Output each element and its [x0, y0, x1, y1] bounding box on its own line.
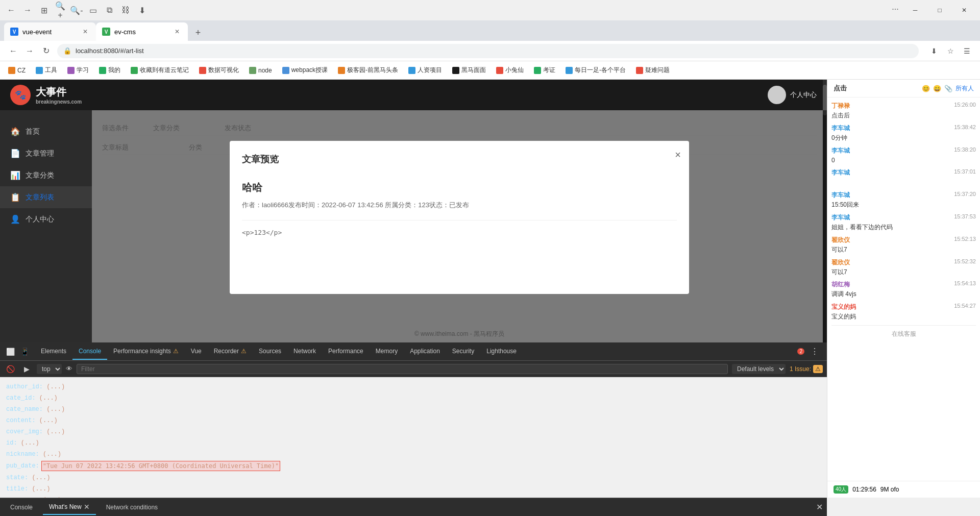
modal-close-button[interactable]: ×: [675, 149, 681, 161]
device-toggle-button[interactable]: 📱: [18, 346, 31, 358]
menu-item-home[interactable]: 🏠 首页: [0, 120, 92, 142]
devtools-more-button[interactable]: ⋮: [806, 345, 823, 358]
bookmark-dataviz[interactable]: 数据可视化: [195, 64, 243, 77]
minimize-button[interactable]: ─: [903, 2, 927, 18]
bookmark-study[interactable]: 学习: [63, 64, 93, 77]
menu-item-categories[interactable]: 📊 文章分类: [0, 164, 92, 186]
link-button[interactable]: ⛓: [118, 3, 133, 17]
more-options-button[interactable]: ···: [888, 2, 902, 16]
categories-icon: 📊: [10, 170, 20, 180]
lock-icon: 🔒: [63, 47, 71, 55]
zoom-in-button[interactable]: 🔍+: [53, 3, 67, 17]
new-tab-button[interactable]: +: [190, 24, 206, 41]
addr-refresh-button[interactable]: ↻: [39, 44, 53, 58]
console-context-select[interactable]: top: [37, 364, 62, 374]
bookmark-tools[interactable]: 工具: [32, 64, 61, 77]
issue-badge[interactable]: 1 Issue: ⚠: [790, 365, 823, 373]
console-levels-select[interactable]: Default levels: [732, 364, 786, 374]
article-list-icon: 📋: [10, 192, 20, 202]
tab-network[interactable]: Network: [287, 343, 322, 360]
user-center-label[interactable]: 个人中心: [790, 90, 817, 100]
bookmark-icon-heima: [452, 67, 459, 74]
tab-close-2[interactable]: ✕: [173, 27, 182, 36]
close-button[interactable]: ✕: [952, 2, 976, 18]
more-tools-button[interactable]: ⬇: [135, 3, 149, 17]
forward-button[interactable]: →: [20, 3, 35, 17]
tab-vue-event[interactable]: V vue-event ✕: [4, 22, 96, 41]
console-filter-input[interactable]: [77, 364, 728, 374]
bookmark-youdao[interactable]: 收藏到有道云笔记: [127, 64, 193, 77]
tab-memory[interactable]: Memory: [370, 343, 404, 360]
emoji-laugh-icon[interactable]: 😄: [933, 85, 941, 92]
devtools-area: ⬜ 📱 Elements Console Performance insight…: [0, 342, 827, 516]
tab-recorder[interactable]: Recorder ⚠: [208, 343, 253, 360]
maximize-button[interactable]: □: [928, 2, 951, 18]
whats-new-close-icon[interactable]: ✕: [84, 503, 90, 511]
star-icon[interactable]: ☆: [943, 44, 958, 58]
grid-button[interactable]: ⊞: [37, 3, 51, 17]
bookmark-label-jike: 极客园-前黑马头条: [347, 66, 398, 75]
bookmark-label-daily: 每日一足-各个平台: [575, 66, 626, 75]
tab-application[interactable]: Application: [404, 343, 446, 360]
download-icon[interactable]: ⬇: [927, 44, 941, 58]
reader-button[interactable]: ▭: [86, 3, 100, 17]
menu-item-profile[interactable]: 👤 个人中心: [0, 208, 92, 230]
bookmark-mine[interactable]: 我的: [95, 64, 125, 77]
bottom-tab-network-conditions[interactable]: Network conditions: [100, 501, 164, 514]
bookmark-icon-xiaotu: [496, 67, 503, 74]
sidebar-toggle-icon[interactable]: ☰: [960, 44, 974, 58]
bookmark-xiaotu[interactable]: 小兔仙: [492, 64, 528, 77]
all-users-link[interactable]: 所有人: [955, 84, 974, 93]
console-eye-icon[interactable]: 👁: [66, 365, 72, 373]
bottom-tab-whats-new[interactable]: What's New ✕: [43, 500, 96, 515]
bookmark-label-xiaotu: 小兔仙: [505, 66, 524, 75]
tab-console[interactable]: Console: [72, 343, 107, 360]
attach-icon[interactable]: 📎: [944, 85, 952, 92]
console-line: author_id: (...): [4, 381, 823, 392]
address-input-container[interactable]: 🔒 localhost:8080/#/art-list: [57, 44, 919, 58]
console-clear-button[interactable]: 🚫: [4, 363, 16, 375]
tab-elements[interactable]: Elements: [35, 343, 72, 360]
bookmark-daily[interactable]: 每日一足-各个平台: [561, 64, 630, 77]
tab-close-1[interactable]: ✕: [81, 27, 90, 36]
bookmark-icon-renzi: [408, 67, 415, 74]
zoom-out-button[interactable]: 🔍-: [69, 3, 84, 17]
modal-overlay[interactable]: 文章预览 × 哈哈 作者：laoli6666发布时间：2022-06-07 13…: [92, 110, 827, 342]
addr-forward-button[interactable]: →: [22, 44, 37, 58]
back-button[interactable]: ←: [4, 3, 18, 17]
bookmark-issues[interactable]: 疑难问题: [632, 64, 674, 77]
tab-performance[interactable]: Performance: [322, 343, 370, 360]
inspect-element-button[interactable]: ⬜: [4, 346, 16, 358]
menu-label-profile: 个人中心: [26, 215, 54, 224]
console-play-button[interactable]: ▶: [20, 363, 33, 375]
bookmark-node[interactable]: node: [245, 65, 276, 76]
pub-date-highlight: "Tue Jun 07 2022 13:42:56 GMT+0800 (Coor…: [41, 461, 280, 471]
error-badge: 2: [797, 348, 804, 355]
bookmark-jike[interactable]: 极客园-前黑马头条: [334, 64, 402, 77]
bookmark-heima[interactable]: 黑马面面: [448, 64, 490, 77]
bookmark-icon-jike: [338, 67, 345, 74]
bookmark-renzi[interactable]: 人资项目: [404, 64, 446, 77]
menu-item-articles[interactable]: 📄 文章管理: [0, 142, 92, 164]
close-all-button[interactable]: ✕: [816, 502, 823, 512]
bookmark-icon-kaoz: [534, 67, 541, 74]
perf-badge: ⚠: [173, 348, 179, 355]
tab-sources[interactable]: Sources: [253, 343, 287, 360]
console-line: id: (...): [4, 437, 823, 449]
tab-vue[interactable]: Vue: [185, 343, 208, 360]
devtools-tab-right: 2 ⋮: [796, 345, 823, 358]
tab-lighthouse[interactable]: Lighthouse: [480, 343, 523, 360]
bookmark-label-tools: 工具: [45, 66, 57, 75]
tab-performance-insights[interactable]: Performance insights ⚠: [107, 343, 185, 360]
menu-item-article-list[interactable]: 📋 文章列表: [0, 186, 92, 208]
addr-back-button[interactable]: ←: [6, 44, 20, 58]
tab-security[interactable]: Security: [446, 343, 480, 360]
bottom-tab-console[interactable]: Console: [4, 501, 39, 514]
tab-ev-cms[interactable]: V ev-cms ✕: [96, 22, 188, 41]
bookmark-cz[interactable]: CZ: [4, 65, 30, 76]
split-button[interactable]: ⧉: [102, 3, 116, 17]
bookmark-webpack[interactable]: webpack授课: [278, 64, 332, 77]
bookmark-label-renzi: 人资项目: [418, 66, 442, 75]
emoji-happy-icon[interactable]: 😊: [922, 85, 930, 92]
bookmark-kaoz[interactable]: 考证: [530, 64, 559, 77]
